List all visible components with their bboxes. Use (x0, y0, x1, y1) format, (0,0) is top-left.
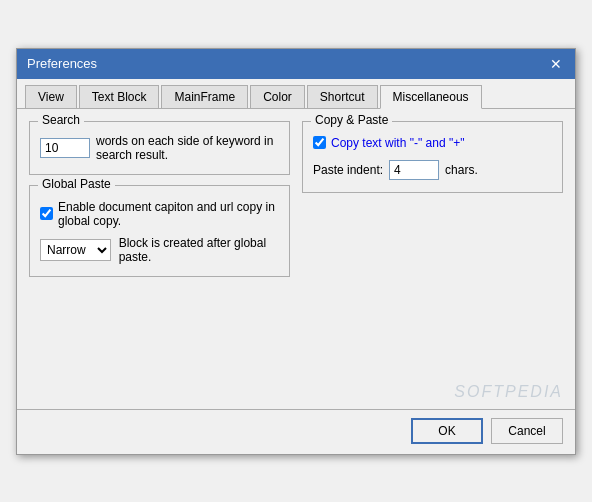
tab-mainframe[interactable]: MainFrame (161, 85, 248, 108)
left-spacer (29, 287, 290, 367)
left-panel: Search words on each side of keyword in … (29, 121, 290, 367)
content-area: Search words on each side of keyword in … (17, 109, 575, 379)
ok-button[interactable]: OK (411, 418, 483, 444)
cancel-button[interactable]: Cancel (491, 418, 563, 444)
dropdown-row: Narrow Wide Block is created after globa… (40, 236, 279, 264)
tab-miscellaneous[interactable]: Miscellaneous (380, 85, 482, 109)
copy-text-checkbox[interactable] (313, 136, 326, 149)
paste-indent-row: Paste indent: chars. (313, 160, 552, 180)
preferences-dialog: Preferences ✕ View Text Block MainFrame … (16, 48, 576, 455)
block-type-dropdown[interactable]: Narrow Wide (40, 239, 111, 261)
watermark: SOFTPEDIA (17, 379, 575, 409)
dialog-title: Preferences (27, 56, 97, 71)
enable-copy-label: Enable document capiton and url copy in … (58, 200, 279, 228)
search-description: words on each side of keyword in search … (96, 134, 279, 162)
search-row: words on each side of keyword in search … (40, 134, 279, 162)
enable-copy-checkbox[interactable] (40, 207, 53, 220)
dropdown-description: Block is created after global paste. (119, 236, 279, 264)
copy-paste-group: Copy & Paste Copy text with "-" and "+" … (302, 121, 563, 193)
close-button[interactable]: ✕ (547, 55, 565, 73)
paste-chars-label: chars. (445, 163, 478, 177)
paste-indent-label: Paste indent: (313, 163, 383, 177)
search-input[interactable] (40, 138, 90, 158)
tab-color[interactable]: Color (250, 85, 305, 108)
tab-bar: View Text Block MainFrame Color Shortcut… (17, 79, 575, 109)
button-bar: OK Cancel (17, 409, 575, 454)
right-panel: Copy & Paste Copy text with "-" and "+" … (302, 121, 563, 367)
paste-indent-input[interactable] (389, 160, 439, 180)
copy-text-label: Copy text with "-" and "+" (331, 136, 464, 150)
enable-copy-row: Enable document capiton and url copy in … (40, 200, 279, 228)
tab-shortcut[interactable]: Shortcut (307, 85, 378, 108)
global-paste-label: Global Paste (38, 177, 115, 191)
tab-text-block[interactable]: Text Block (79, 85, 160, 108)
copy-checkbox-row: Copy text with "-" and "+" (313, 136, 552, 150)
search-group: Search words on each side of keyword in … (29, 121, 290, 175)
global-paste-group: Global Paste Enable document capiton and… (29, 185, 290, 277)
tab-view[interactable]: View (25, 85, 77, 108)
title-bar: Preferences ✕ (17, 49, 575, 79)
copy-paste-group-label: Copy & Paste (311, 113, 392, 127)
search-group-label: Search (38, 113, 84, 127)
